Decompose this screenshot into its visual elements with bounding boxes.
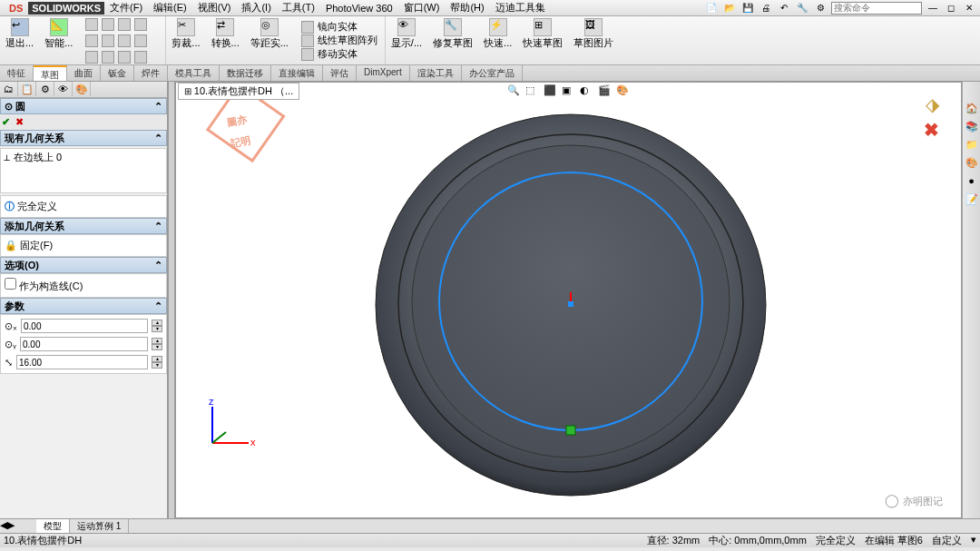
tab-sheetmetal[interactable]: 钣金 — [101, 65, 134, 81]
cy-down[interactable]: ▾ — [152, 344, 162, 350]
status-custom[interactable]: 自定义 — [932, 534, 962, 547]
status-units-icon[interactable]: ▾ — [971, 534, 976, 547]
radius-input[interactable] — [16, 355, 148, 369]
save-icon[interactable]: 💾 — [740, 1, 755, 15]
panel-tab-display-icon[interactable]: 👁 — [54, 82, 73, 96]
splitter[interactable] — [168, 82, 175, 518]
r-down[interactable]: ▾ — [152, 362, 162, 369]
cancel-button[interactable]: ✖ — [15, 116, 24, 128]
ribbon-display[interactable]: 👁 显示/... — [386, 16, 427, 64]
tab-data[interactable]: 数据迁移 — [220, 65, 271, 81]
ribbon-repair[interactable]: 🔧 修复草图 — [427, 16, 478, 64]
tab-surface[interactable]: 曲面 — [67, 65, 101, 81]
relations-list[interactable]: ⊥ 在边线上 0 — [0, 148, 167, 193]
zoom-fit-icon[interactable]: 🔍 — [507, 84, 522, 99]
tab-nav-prev[interactable]: ◀ — [0, 519, 7, 533]
tab-render[interactable]: 渲染工具 — [410, 65, 462, 81]
panel-tab-feature-tree-icon[interactable]: 🗂 — [0, 82, 18, 96]
params-header[interactable]: 参数⌃ — [0, 298, 167, 314]
options-header[interactable]: 选项(O)⌃ — [0, 257, 167, 273]
menu-photoview[interactable]: PhotoView 360 — [320, 3, 398, 14]
tab-mold[interactable]: 模具工具 — [168, 65, 220, 81]
construction-checkbox[interactable]: 作为构造线(C) — [5, 280, 83, 291]
spline-icon[interactable] — [134, 18, 147, 31]
close-icon[interactable]: ✕ — [962, 1, 976, 15]
tab-dimxpert[interactable]: DimXpert — [357, 65, 410, 81]
panel-tab-property-icon[interactable]: 📋 — [18, 82, 36, 96]
fillet-icon[interactable] — [118, 51, 131, 64]
view-palette-icon[interactable]: 🎨 — [963, 154, 980, 171]
circle-icon[interactable] — [102, 18, 114, 31]
tab-direct[interactable]: 直接编辑 — [271, 65, 323, 81]
menu-tools[interactable]: 工具(T) — [277, 1, 320, 15]
move-icon[interactable] — [301, 48, 314, 61]
menu-window[interactable]: 窗口(W) — [398, 1, 446, 15]
ok-button[interactable]: ✔ — [2, 116, 10, 128]
appearances-icon[interactable]: ● — [963, 172, 980, 189]
tab-model[interactable]: 模型 — [36, 519, 70, 533]
mirror-icon[interactable] — [301, 21, 314, 34]
section-icon[interactable]: ◐ — [580, 84, 594, 99]
tab-evaluate[interactable]: 评估 — [323, 65, 357, 81]
ribbon-snap[interactable]: ⊞ 快速草图 — [517, 16, 568, 64]
tab-weldment[interactable]: 焊件 — [134, 65, 168, 81]
cx-down[interactable]: ▾ — [152, 326, 162, 332]
collapse-icon[interactable]: ⌃ — [154, 101, 162, 113]
menu-edit[interactable]: 编辑(E) — [148, 1, 192, 15]
ribbon-trim[interactable]: ✂ 剪裁... — [166, 16, 205, 64]
menu-file[interactable]: 文件(F) — [104, 1, 148, 15]
panel-tab-decal-icon[interactable]: 🎨 — [73, 82, 91, 96]
confirm-corner-cancel[interactable]: ✖ — [924, 119, 939, 141]
options-icon[interactable]: ⚙ — [813, 1, 828, 15]
appearance-icon[interactable]: 🎨 — [616, 84, 631, 99]
open-icon[interactable]: 📂 — [722, 1, 737, 15]
cx-up[interactable]: ▴ — [152, 320, 162, 326]
rebuild-icon[interactable]: 🔧 — [795, 1, 809, 15]
add-relations-header[interactable]: 添加几何关系⌃ — [0, 218, 167, 234]
ribbon-quick[interactable]: ⚡ 快速... — [478, 16, 517, 64]
viewport[interactable]: ⊞ 10.表情包摆件DH （... 🔍 ⬚ ⬛ ▣ ◐ 🎬 🎨 圖亦 記明 — [175, 82, 962, 518]
document-tab[interactable]: ⊞ 10.表情包摆件DH （... — [178, 83, 299, 100]
fixed-relation-button[interactable]: 🔒 固定(F) — [5, 239, 162, 252]
tab-motion-study[interactable]: 运动算例 1 — [70, 519, 129, 533]
minimize-icon[interactable]: ― — [926, 1, 940, 15]
cx-input[interactable] — [21, 319, 148, 333]
menu-view[interactable]: 视图(V) — [192, 1, 237, 15]
confirm-corner-ok[interactable]: ⬗ — [926, 93, 939, 115]
pattern-icon[interactable] — [301, 34, 314, 47]
custom-props-icon[interactable]: 📝 — [963, 191, 980, 207]
scene-icon[interactable]: 🎬 — [598, 84, 612, 99]
new-icon[interactable]: 📄 — [704, 1, 719, 15]
design-lib-icon[interactable]: 📚 — [963, 118, 980, 134]
slot-icon[interactable] — [102, 51, 114, 64]
view-orient-icon[interactable]: ⬛ — [544, 84, 558, 99]
print-icon[interactable]: 🖨 — [759, 1, 773, 15]
tab-sketch[interactable]: 草图 — [34, 65, 67, 81]
plane-icon[interactable] — [134, 51, 147, 64]
relation-item[interactable]: ⊥ 在边线上 0 — [3, 151, 164, 164]
ribbon-offset[interactable]: ◎ 等距实... — [245, 16, 294, 64]
ribbon-smart-dim[interactable]: 📐 智能... — [39, 16, 78, 64]
relations-header[interactable]: 现有几何关系⌃ — [0, 130, 167, 146]
ribbon-convert[interactable]: ⇄ 转换... — [206, 16, 245, 64]
r-up[interactable]: ▴ — [152, 356, 162, 362]
cy-up[interactable]: ▴ — [152, 338, 162, 344]
view-triad[interactable]: x z — [203, 398, 258, 454]
tab-nav-next[interactable]: ▶ — [7, 519, 15, 533]
text-icon[interactable] — [134, 34, 147, 47]
resources-icon[interactable]: 🏠 — [963, 100, 980, 116]
undo-icon[interactable]: ↶ — [777, 1, 791, 15]
maximize-icon[interactable]: ◻ — [944, 1, 958, 15]
cy-input[interactable] — [20, 337, 148, 351]
menu-help[interactable]: 帮助(H) — [445, 1, 489, 15]
menu-maidi[interactable]: 迈迪工具集 — [490, 1, 551, 15]
ribbon-pic[interactable]: 🖼 草图图片 — [568, 16, 619, 64]
line-icon[interactable] — [85, 18, 98, 31]
ribbon-exit-sketch[interactable]: ↩ 退出... — [0, 16, 39, 64]
menu-insert[interactable]: 插入(I) — [236, 1, 276, 15]
display-style-icon[interactable]: ▣ — [562, 84, 576, 99]
tab-feature[interactable]: 特征 — [0, 65, 34, 81]
point-icon[interactable] — [85, 51, 98, 64]
polygon-icon[interactable] — [118, 34, 131, 47]
file-explorer-icon[interactable]: 📁 — [963, 136, 980, 153]
